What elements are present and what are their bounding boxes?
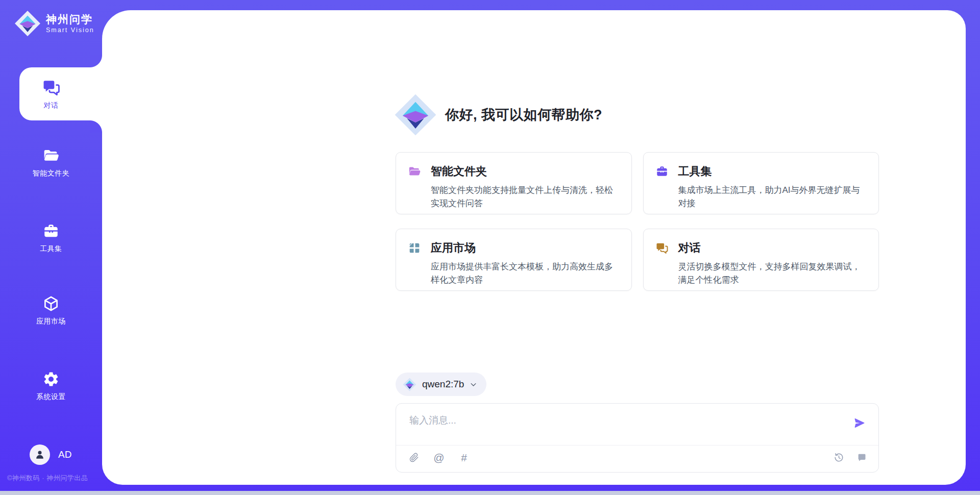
sidebar-item-label: 应用市场 [36, 317, 66, 326]
brand-logo-icon [14, 10, 41, 37]
model-logo-icon [403, 378, 416, 391]
feature-cards: 智能文件夹智能文件夹功能支持批量文件上传与清洗，轻松实现文件问答工具集集成市场上… [396, 152, 879, 291]
message-input[interactable] [408, 413, 819, 443]
card-title: 工具集 [678, 164, 712, 179]
apps-icon [408, 241, 421, 255]
hash-icon[interactable]: # [458, 452, 470, 463]
sidebar-item-cube[interactable]: 应用市场 [0, 295, 102, 326]
feedback-bubble-icon[interactable] [856, 452, 867, 463]
composer-divider [396, 445, 878, 445]
brand-text: 神州问学 Smart Vision [46, 13, 94, 34]
composer-tools-left: @# [408, 452, 470, 463]
at-icon[interactable]: @ [433, 452, 445, 463]
chevron-down-icon [470, 381, 477, 388]
send-button[interactable] [853, 417, 866, 429]
chat-icon [42, 78, 61, 97]
card-description: 集成市场上主流工具，助力AI与外界无缝扩展与对接 [678, 184, 869, 210]
folder-icon [42, 147, 60, 164]
model-name: qwen2:7b [422, 379, 464, 390]
sidebar-item-toolbox[interactable]: 工具集 [0, 222, 102, 254]
card-title: 对话 [678, 240, 701, 256]
brand: 神州问学 Smart Vision [14, 10, 94, 37]
sidebar-item-label: 工具集 [40, 244, 62, 254]
greeting-block: 你好, 我可以如何帮助你? [394, 93, 602, 136]
card-description: 智能文件夹功能支持批量文件上传与清洗，轻松实现文件问答 [431, 184, 621, 210]
feature-card[interactable]: 对话灵活切换多模型文件，支持多样回复效果调试，满足个性化需求 [643, 229, 879, 291]
greeting-title: 你好, 我可以如何帮助你? [445, 106, 602, 124]
sidebar: 神州问学 Smart Vision 对话智能文件夹工具集应用市场系统设置 AD … [0, 0, 102, 495]
user-initials: AD [58, 449, 71, 460]
feature-card[interactable]: 应用市场应用市场提供丰富长文本模板，助力高效生成多样化文章内容 [396, 229, 632, 291]
sidebar-item-label: 对话 [44, 101, 59, 110]
horizontal-scrollbar[interactable] [0, 491, 980, 495]
copyright-text: ©神州数码 · 神州问学出品 [7, 474, 88, 483]
user-profile[interactable]: AD [30, 444, 71, 465]
folder-icon [408, 165, 421, 178]
brand-subtitle: Smart Vision [46, 27, 94, 34]
sidebar-item-chat[interactable]: 对话 [19, 67, 102, 120]
composer-tools-right [833, 452, 867, 463]
cube-icon [42, 295, 60, 312]
chat-icon [655, 241, 669, 255]
gear-icon [42, 370, 60, 388]
toolbox-icon [655, 165, 669, 178]
toolbox-icon [42, 222, 60, 240]
card-description: 灵活切换多模型文件，支持多样回复效果调试，满足个性化需求 [678, 260, 869, 287]
avatar [30, 444, 50, 465]
sidebar-item-label: 系统设置 [36, 392, 66, 402]
message-composer: @# [396, 403, 879, 473]
feature-card[interactable]: 智能文件夹智能文件夹功能支持批量文件上传与清洗，轻松实现文件问答 [396, 152, 632, 214]
history-icon[interactable] [833, 452, 844, 463]
send-icon [853, 417, 866, 429]
card-description: 应用市场提供丰富长文本模板，助力高效生成多样化文章内容 [431, 260, 621, 287]
brand-name: 神州问学 [46, 13, 94, 26]
main-panel: 你好, 我可以如何帮助你? 智能文件夹智能文件夹功能支持批量文件上传与清洗，轻松… [102, 10, 966, 485]
card-title: 智能文件夹 [431, 164, 487, 179]
assistant-logo-icon [394, 93, 437, 136]
sidebar-item-label: 智能文件夹 [33, 169, 70, 178]
sidebar-item-folder[interactable]: 智能文件夹 [0, 147, 102, 178]
sidebar-item-gear[interactable]: 系统设置 [0, 370, 102, 402]
card-title: 应用市场 [431, 240, 476, 256]
app-window: 神州问学 Smart Vision 对话智能文件夹工具集应用市场系统设置 AD … [0, 0, 980, 495]
model-selector[interactable]: qwen2:7b [396, 373, 486, 396]
paperclip-icon[interactable] [408, 452, 420, 463]
feature-card[interactable]: 工具集集成市场上主流工具，助力AI与外界无缝扩展与对接 [643, 152, 879, 214]
